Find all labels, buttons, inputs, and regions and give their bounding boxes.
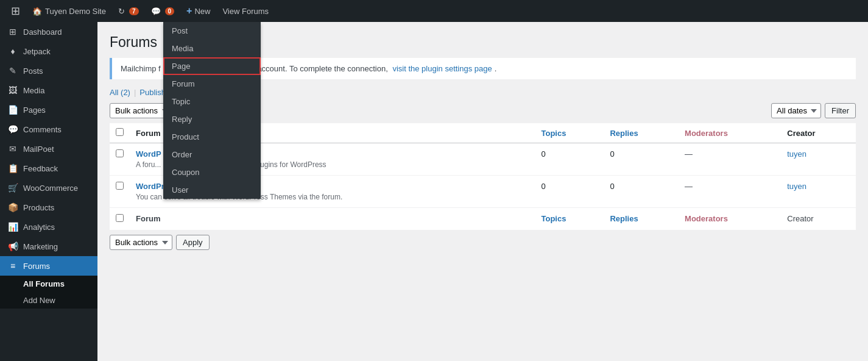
home-icon: 🏠 xyxy=(32,7,42,16)
bulk-actions-bottom-row: Bulk actions Apply xyxy=(110,235,856,250)
new-topic-item[interactable]: Topic xyxy=(163,93,261,110)
adminbar-site[interactable]: 🏠 Tuyen Demo Site xyxy=(26,0,112,22)
updates-icon: ↻ xyxy=(118,7,125,16)
plus-icon: + xyxy=(186,5,192,16)
select-all-checkbox[interactable] xyxy=(116,128,124,136)
row2-replies-value: 0 xyxy=(610,182,614,191)
sidebar-label-products: Products xyxy=(23,203,54,212)
filter-all-link[interactable]: All (2) xyxy=(110,88,130,97)
sidebar-item-analytics[interactable]: 📊 Analytics xyxy=(0,217,97,237)
jetpack-icon: ♦ xyxy=(7,46,18,56)
mailpoet-icon: ✉ xyxy=(7,144,18,154)
new-label: New xyxy=(194,7,210,16)
row1-topics-value: 0 xyxy=(542,149,546,159)
pages-icon: 📄 xyxy=(7,105,18,115)
sidebar-label-posts: Posts xyxy=(23,66,43,76)
comments-count: 0 xyxy=(165,7,175,15)
new-order-item[interactable]: Order xyxy=(163,146,261,163)
sidebar-submenu-add-new[interactable]: Add New xyxy=(0,292,97,309)
wp-logo[interactable]: ⊞ xyxy=(5,0,26,22)
table-header-moderators: Moderators xyxy=(679,123,781,143)
sidebar-item-woocommerce[interactable]: 🛒 WooCommerce xyxy=(0,178,97,198)
sidebar-submenu-all-forums[interactable]: All Forums xyxy=(0,276,97,292)
new-reply-item[interactable]: Reply xyxy=(163,110,261,128)
sidebar-item-mailpoet[interactable]: ✉ MailPoet xyxy=(0,139,97,159)
footer-replies-cell: Replies xyxy=(604,208,679,231)
sidebar-item-pages[interactable]: 📄 Pages xyxy=(0,100,97,120)
new-dropdown-menu: Post Media Page Forum Topic Reply Produc… xyxy=(163,22,261,199)
apply-bottom-button[interactable]: Apply xyxy=(176,235,210,250)
table-header-checkbox xyxy=(110,123,130,143)
sidebar-label-marketing: Marketing xyxy=(23,242,58,251)
notice-settings-link[interactable]: visit the plugin settings page xyxy=(392,64,492,73)
row2-checkbox[interactable] xyxy=(116,182,124,190)
date-filter-select[interactable]: All dates xyxy=(771,103,821,118)
sidebar-item-feedback[interactable]: 📋 Feedback xyxy=(0,159,97,178)
adminbar-new-button[interactable]: + New xyxy=(180,0,216,22)
footer-topics-cell: Topics xyxy=(535,208,604,231)
analytics-icon: 📊 xyxy=(7,222,18,232)
adminbar-comments[interactable]: 💬 0 xyxy=(145,0,181,22)
row1-checkbox-cell xyxy=(110,143,130,176)
sidebar-label-mailpoet: MailPoet xyxy=(23,145,54,154)
sidebar-item-marketing[interactable]: 📢 Marketing xyxy=(0,237,97,256)
sidebar-label-comments: Comments xyxy=(23,125,62,134)
bulk-actions-bottom-select[interactable]: Bulk actions xyxy=(110,235,172,250)
sidebar: ⊞ Dashboard ♦ Jetpack ✎ Posts 🖼 Media 📄 … xyxy=(0,22,97,361)
sidebar-item-comments[interactable]: 💬 Comments xyxy=(0,120,97,139)
sidebar-item-media[interactable]: 🖼 Media xyxy=(0,80,97,100)
row1-replies-cell: 0 xyxy=(604,143,679,176)
row1-creator-link[interactable]: tuyen xyxy=(787,149,806,159)
new-coupon-item[interactable]: Coupon xyxy=(163,163,261,181)
row2-checkbox-cell xyxy=(110,176,130,208)
sidebar-submenu-forums: All Forums Add New xyxy=(0,276,97,309)
view-forums-link[interactable]: View Forums xyxy=(216,0,275,22)
row1-checkbox[interactable] xyxy=(116,149,124,157)
table-header-replies[interactable]: Replies xyxy=(604,123,679,143)
new-page-item[interactable]: Page xyxy=(163,57,261,75)
new-product-item[interactable]: Product xyxy=(163,128,261,146)
sidebar-label-jetpack: Jetpack xyxy=(23,47,51,56)
row2-replies-cell: 0 xyxy=(604,176,679,208)
filter-right: All dates Filter xyxy=(771,103,856,118)
sidebar-item-forums[interactable]: ≡ Forums xyxy=(0,256,97,276)
adminbar-updates[interactable]: ↻ 7 xyxy=(112,0,145,22)
sidebar-item-dashboard[interactable]: ⊞ Dashboard xyxy=(0,22,97,41)
woocommerce-icon: 🛒 xyxy=(7,183,18,193)
admin-bar: ⊞ 🏠 Tuyen Demo Site ↻ 7 💬 0 + New View F… xyxy=(0,0,868,22)
table-header-topics[interactable]: Topics xyxy=(535,123,604,143)
footer-replies-label: Replies xyxy=(610,214,638,223)
sidebar-item-products[interactable]: 📦 Products xyxy=(0,198,97,217)
row2-creator-link[interactable]: tuyen xyxy=(787,182,806,191)
new-media-item[interactable]: Media xyxy=(163,40,261,57)
footer-moderators-label: Moderators xyxy=(685,214,728,223)
row1-forum-title[interactable]: WordP xyxy=(136,149,161,159)
table-header-creator: Creator xyxy=(781,123,856,143)
filter-button[interactable]: Filter xyxy=(825,103,856,118)
new-post-item[interactable]: Post xyxy=(163,22,261,40)
sidebar-label-woocommerce: WooCommerce xyxy=(23,184,78,193)
row2-moderators-cell: — xyxy=(679,176,781,208)
sidebar-label-dashboard: Dashboard xyxy=(23,27,62,37)
sidebar-item-jetpack[interactable]: ♦ Jetpack xyxy=(0,41,97,61)
sidebar-item-posts[interactable]: ✎ Posts xyxy=(0,61,97,80)
footer-select-all-checkbox[interactable] xyxy=(116,214,124,222)
row1-moderators-value: — xyxy=(685,149,693,159)
row1-creator-cell: tuyen xyxy=(781,143,856,176)
sidebar-label-forums: Forums xyxy=(23,262,50,271)
sidebar-label-media: Media xyxy=(23,86,44,95)
forums-icon: ≡ xyxy=(7,261,18,271)
footer-moderators-cell: Moderators xyxy=(679,208,781,231)
new-user-item[interactable]: User xyxy=(163,181,261,199)
feedback-icon: 📋 xyxy=(7,163,18,173)
comments-sidebar-icon: 💬 xyxy=(7,124,18,134)
notice-text-suffix: . xyxy=(495,64,497,73)
filter-separator: | xyxy=(134,88,136,97)
media-icon: 🖼 xyxy=(7,85,18,95)
row2-creator-cell: tuyen xyxy=(781,176,856,208)
posts-icon: ✎ xyxy=(7,66,18,76)
footer-checkbox-cell xyxy=(110,208,130,231)
new-forum-item[interactable]: Forum xyxy=(163,75,261,93)
site-name: Tuyen Demo Site xyxy=(45,7,106,16)
footer-creator-cell: Creator xyxy=(781,208,856,231)
